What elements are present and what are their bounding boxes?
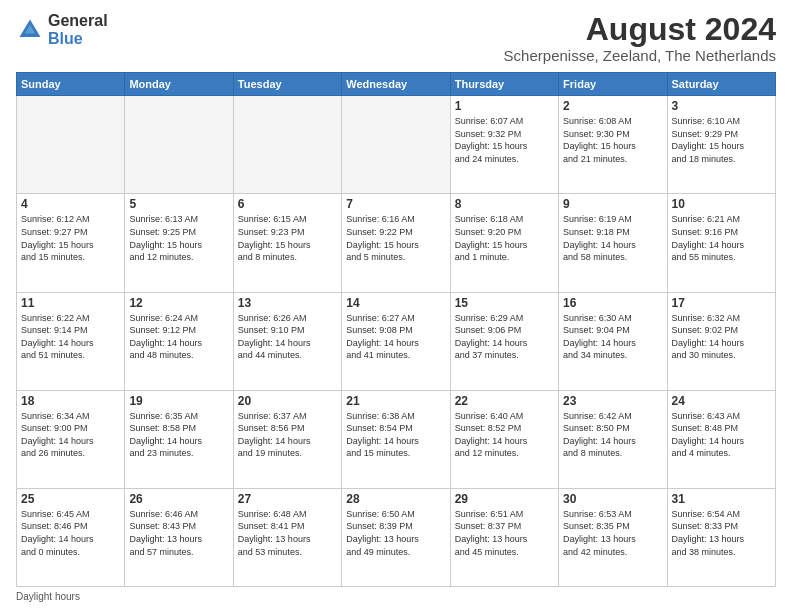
table-row: 3Sunrise: 6:10 AMSunset: 9:29 PMDaylight…: [667, 96, 775, 194]
table-row: 27Sunrise: 6:48 AMSunset: 8:41 PMDayligh…: [233, 488, 341, 586]
day-info: Sunrise: 6:45 AMSunset: 8:46 PMDaylight:…: [21, 508, 120, 558]
table-row: 4Sunrise: 6:12 AMSunset: 9:27 PMDaylight…: [17, 194, 125, 292]
day-info: Sunrise: 6:19 AMSunset: 9:18 PMDaylight:…: [563, 213, 662, 263]
day-info: Sunrise: 6:18 AMSunset: 9:20 PMDaylight:…: [455, 213, 554, 263]
day-number: 23: [563, 394, 662, 408]
day-info: Sunrise: 6:46 AMSunset: 8:43 PMDaylight:…: [129, 508, 228, 558]
calendar-week-2: 11Sunrise: 6:22 AMSunset: 9:14 PMDayligh…: [17, 292, 776, 390]
day-info: Sunrise: 6:15 AMSunset: 9:23 PMDaylight:…: [238, 213, 337, 263]
table-row: 8Sunrise: 6:18 AMSunset: 9:20 PMDaylight…: [450, 194, 558, 292]
day-number: 10: [672, 197, 771, 211]
day-number: 11: [21, 296, 120, 310]
table-row: 12Sunrise: 6:24 AMSunset: 9:12 PMDayligh…: [125, 292, 233, 390]
day-number: 18: [21, 394, 120, 408]
day-number: 25: [21, 492, 120, 506]
header: General Blue August 2024 Scherpenisse, Z…: [16, 12, 776, 64]
table-row: [17, 96, 125, 194]
day-info: Sunrise: 6:35 AMSunset: 8:58 PMDaylight:…: [129, 410, 228, 460]
table-row: 14Sunrise: 6:27 AMSunset: 9:08 PMDayligh…: [342, 292, 450, 390]
day-number: 14: [346, 296, 445, 310]
location: Scherpenisse, Zeeland, The Netherlands: [504, 47, 776, 64]
day-number: 31: [672, 492, 771, 506]
day-info: Sunrise: 6:42 AMSunset: 8:50 PMDaylight:…: [563, 410, 662, 460]
table-row: 1Sunrise: 6:07 AMSunset: 9:32 PMDaylight…: [450, 96, 558, 194]
day-number: 29: [455, 492, 554, 506]
month-year: August 2024: [504, 12, 776, 47]
table-row: 24Sunrise: 6:43 AMSunset: 8:48 PMDayligh…: [667, 390, 775, 488]
title-block: August 2024 Scherpenisse, Zeeland, The N…: [504, 12, 776, 64]
day-info: Sunrise: 6:54 AMSunset: 8:33 PMDaylight:…: [672, 508, 771, 558]
day-info: Sunrise: 6:21 AMSunset: 9:16 PMDaylight:…: [672, 213, 771, 263]
day-info: Sunrise: 6:37 AMSunset: 8:56 PMDaylight:…: [238, 410, 337, 460]
table-row: 10Sunrise: 6:21 AMSunset: 9:16 PMDayligh…: [667, 194, 775, 292]
day-number: 21: [346, 394, 445, 408]
logo-text-blue: Blue: [48, 30, 83, 47]
table-row: 23Sunrise: 6:42 AMSunset: 8:50 PMDayligh…: [559, 390, 667, 488]
day-number: 24: [672, 394, 771, 408]
table-row: [233, 96, 341, 194]
table-row: [125, 96, 233, 194]
day-number: 12: [129, 296, 228, 310]
table-row: 5Sunrise: 6:13 AMSunset: 9:25 PMDaylight…: [125, 194, 233, 292]
day-number: 22: [455, 394, 554, 408]
table-row: 29Sunrise: 6:51 AMSunset: 8:37 PMDayligh…: [450, 488, 558, 586]
col-friday: Friday: [559, 73, 667, 96]
day-info: Sunrise: 6:07 AMSunset: 9:32 PMDaylight:…: [455, 115, 554, 165]
day-info: Sunrise: 6:50 AMSunset: 8:39 PMDaylight:…: [346, 508, 445, 558]
logo-icon: [16, 16, 44, 44]
day-info: Sunrise: 6:40 AMSunset: 8:52 PMDaylight:…: [455, 410, 554, 460]
day-info: Sunrise: 6:53 AMSunset: 8:35 PMDaylight:…: [563, 508, 662, 558]
col-wednesday: Wednesday: [342, 73, 450, 96]
day-number: 4: [21, 197, 120, 211]
day-number: 6: [238, 197, 337, 211]
calendar-week-4: 25Sunrise: 6:45 AMSunset: 8:46 PMDayligh…: [17, 488, 776, 586]
day-number: 16: [563, 296, 662, 310]
calendar-week-0: 1Sunrise: 6:07 AMSunset: 9:32 PMDaylight…: [17, 96, 776, 194]
svg-rect-2: [23, 34, 37, 38]
day-number: 5: [129, 197, 228, 211]
footer-text: Daylight hours: [16, 591, 80, 602]
day-info: Sunrise: 6:12 AMSunset: 9:27 PMDaylight:…: [21, 213, 120, 263]
col-tuesday: Tuesday: [233, 73, 341, 96]
col-saturday: Saturday: [667, 73, 775, 96]
day-info: Sunrise: 6:10 AMSunset: 9:29 PMDaylight:…: [672, 115, 771, 165]
table-row: [342, 96, 450, 194]
day-info: Sunrise: 6:34 AMSunset: 9:00 PMDaylight:…: [21, 410, 120, 460]
day-number: 27: [238, 492, 337, 506]
day-info: Sunrise: 6:08 AMSunset: 9:30 PMDaylight:…: [563, 115, 662, 165]
table-row: 6Sunrise: 6:15 AMSunset: 9:23 PMDaylight…: [233, 194, 341, 292]
calendar-table: Sunday Monday Tuesday Wednesday Thursday…: [16, 72, 776, 587]
day-number: 28: [346, 492, 445, 506]
table-row: 30Sunrise: 6:53 AMSunset: 8:35 PMDayligh…: [559, 488, 667, 586]
table-row: 28Sunrise: 6:50 AMSunset: 8:39 PMDayligh…: [342, 488, 450, 586]
col-sunday: Sunday: [17, 73, 125, 96]
table-row: 13Sunrise: 6:26 AMSunset: 9:10 PMDayligh…: [233, 292, 341, 390]
logo: General Blue: [16, 12, 108, 48]
day-info: Sunrise: 6:43 AMSunset: 8:48 PMDaylight:…: [672, 410, 771, 460]
day-info: Sunrise: 6:48 AMSunset: 8:41 PMDaylight:…: [238, 508, 337, 558]
day-info: Sunrise: 6:22 AMSunset: 9:14 PMDaylight:…: [21, 312, 120, 362]
logo-text-general: General: [48, 12, 108, 29]
calendar-week-1: 4Sunrise: 6:12 AMSunset: 9:27 PMDaylight…: [17, 194, 776, 292]
day-number: 3: [672, 99, 771, 113]
col-thursday: Thursday: [450, 73, 558, 96]
table-row: 22Sunrise: 6:40 AMSunset: 8:52 PMDayligh…: [450, 390, 558, 488]
table-row: 15Sunrise: 6:29 AMSunset: 9:06 PMDayligh…: [450, 292, 558, 390]
day-info: Sunrise: 6:16 AMSunset: 9:22 PMDaylight:…: [346, 213, 445, 263]
day-number: 9: [563, 197, 662, 211]
day-info: Sunrise: 6:30 AMSunset: 9:04 PMDaylight:…: [563, 312, 662, 362]
day-info: Sunrise: 6:24 AMSunset: 9:12 PMDaylight:…: [129, 312, 228, 362]
calendar-header-row: Sunday Monday Tuesday Wednesday Thursday…: [17, 73, 776, 96]
table-row: 31Sunrise: 6:54 AMSunset: 8:33 PMDayligh…: [667, 488, 775, 586]
table-row: 19Sunrise: 6:35 AMSunset: 8:58 PMDayligh…: [125, 390, 233, 488]
table-row: 25Sunrise: 6:45 AMSunset: 8:46 PMDayligh…: [17, 488, 125, 586]
day-number: 1: [455, 99, 554, 113]
day-number: 7: [346, 197, 445, 211]
day-info: Sunrise: 6:32 AMSunset: 9:02 PMDaylight:…: [672, 312, 771, 362]
day-number: 19: [129, 394, 228, 408]
day-info: Sunrise: 6:29 AMSunset: 9:06 PMDaylight:…: [455, 312, 554, 362]
day-number: 17: [672, 296, 771, 310]
day-info: Sunrise: 6:13 AMSunset: 9:25 PMDaylight:…: [129, 213, 228, 263]
page: General Blue August 2024 Scherpenisse, Z…: [0, 0, 792, 612]
table-row: 7Sunrise: 6:16 AMSunset: 9:22 PMDaylight…: [342, 194, 450, 292]
